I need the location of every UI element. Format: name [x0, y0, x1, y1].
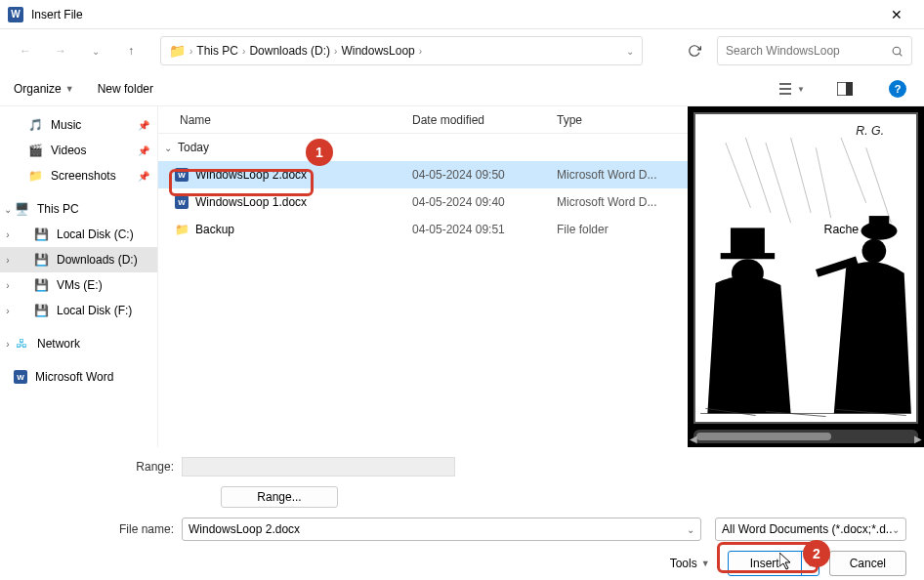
sidebar-label: This PC: [37, 202, 79, 216]
chevron-down-icon: ▼: [701, 559, 710, 568]
chevron-down-icon[interactable]: ⌄: [2, 204, 14, 215]
sidebar-item-thispc[interactable]: ⌄ 🖥️ This PC: [0, 196, 157, 222]
sidebar-label: Screenshots: [51, 169, 116, 183]
filter-label: All Word Documents (*.docx;*.d...: [722, 522, 892, 536]
sidebar-label: Videos: [51, 144, 86, 157]
chevron-right-icon[interactable]: ›: [2, 229, 14, 240]
chevron-right-icon: ›: [189, 46, 192, 57]
address-dropdown-icon[interactable]: ⌄: [626, 46, 634, 57]
sidebar-label: Microsoft Word: [35, 370, 113, 384]
organize-label: Organize: [14, 82, 62, 96]
folder-icon: 📁: [172, 223, 191, 236]
chevron-right-icon[interactable]: ›: [2, 339, 14, 350]
breadcrumb-windowsloop[interactable]: WindowsLoop: [341, 44, 414, 58]
svg-rect-6: [846, 82, 853, 96]
help-button[interactable]: ?: [885, 76, 910, 102]
word-app-icon: W: [8, 7, 23, 22]
sidebar-label: Network: [37, 337, 80, 351]
up-button[interactable]: ↑: [117, 37, 145, 64]
search-input[interactable]: [726, 44, 887, 58]
main-area: 🎵 Music 📌 🎬 Videos 📌 📁 Screenshots 📌 ⌄ 🖥…: [0, 105, 924, 447]
address-bar[interactable]: 📁 › This PC › Downloads (D:) › WindowsLo…: [160, 36, 643, 65]
file-row[interactable]: 📁Backup04-05-2024 09:51File folder: [158, 216, 688, 243]
sidebar-item-vms-e[interactable]: › 💾 VMs (E:): [0, 272, 157, 298]
chevron-right-icon[interactable]: ›: [2, 280, 14, 291]
sidebar-item-local-c[interactable]: › 💾 Local Disk (C:): [0, 222, 157, 247]
search-box[interactable]: [717, 36, 912, 65]
svg-rect-16: [721, 253, 775, 259]
breadcrumb-downloads[interactable]: Downloads (D:): [249, 44, 330, 58]
chevron-right-icon: ›: [242, 46, 245, 57]
refresh-button[interactable]: [680, 36, 709, 65]
back-button[interactable]: ←: [12, 37, 39, 64]
range-input[interactable]: [182, 457, 455, 476]
sidebar-item-screenshots[interactable]: 📁 Screenshots 📌: [0, 163, 157, 188]
forward-button[interactable]: →: [47, 37, 74, 64]
filename-input[interactable]: WindowsLoop 2.docx ⌄: [182, 518, 701, 541]
disk-icon: 💾: [33, 304, 49, 317]
tools-label: Tools: [670, 557, 697, 570]
organize-button[interactable]: Organize ▼: [14, 82, 74, 96]
word-icon: W: [14, 370, 27, 384]
toolbar: Organize ▼ New folder ▼ ?: [0, 72, 924, 105]
annotation-callout-1: 1: [306, 139, 333, 166]
chevron-down-icon[interactable]: ⌄: [687, 524, 694, 535]
svg-point-0: [893, 47, 901, 55]
chevron-right-icon[interactable]: ›: [2, 306, 14, 316]
preview-horizontal-scrollbar[interactable]: [693, 430, 918, 443]
file-type-filter[interactable]: All Word Documents (*.docx;*.d... ⌄: [715, 518, 906, 541]
file-list: Name Date modified Type ⌄ Today WWindows…: [158, 106, 688, 447]
new-folder-button[interactable]: New folder: [98, 82, 153, 96]
group-label: Today: [178, 141, 209, 154]
chevron-down-icon[interactable]: ⌄: [892, 524, 900, 535]
folder-icon: 📁: [169, 43, 186, 59]
sidebar-item-word[interactable]: › W Microsoft Word: [0, 364, 157, 390]
column-date[interactable]: Date modified: [412, 113, 557, 127]
network-icon: 🖧: [14, 337, 29, 351]
sidebar-item-local-f[interactable]: › 💾 Local Disk (F:): [0, 298, 157, 323]
file-type: Microsoft Word D...: [557, 168, 688, 182]
column-name[interactable]: Name: [180, 113, 412, 127]
column-headers: Name Date modified Type: [158, 106, 688, 134]
tools-button[interactable]: Tools ▼: [670, 557, 710, 570]
close-button[interactable]: ✕: [877, 7, 916, 22]
chevron-right-icon: ›: [419, 46, 422, 57]
chevron-right-icon[interactable]: ›: [2, 255, 14, 266]
chevron-down-icon: ▼: [65, 84, 74, 94]
word-doc-icon: W: [172, 168, 191, 182]
disk-icon: 💾: [33, 253, 49, 267]
file-name: WindowsLoop 1.docx: [191, 195, 412, 209]
range-label: Range:: [18, 460, 182, 474]
file-row[interactable]: WWindowsLoop 2.docx04-05-2024 09:50Micro…: [158, 161, 688, 188]
chevron-right-icon: ›: [334, 46, 337, 57]
annotation-callout-2: 2: [803, 540, 830, 567]
insert-label: Insert: [729, 557, 801, 570]
group-today[interactable]: ⌄ Today: [158, 134, 688, 161]
sidebar-item-downloads-d[interactable]: › 💾 Downloads (D:): [0, 247, 157, 272]
file-date: 04-05-2024 09:51: [412, 223, 557, 236]
breadcrumb-thispc[interactable]: This PC: [196, 44, 238, 58]
preview-word: Rache: [823, 223, 859, 236]
file-name: Backup: [191, 223, 412, 236]
column-type[interactable]: Type: [557, 113, 688, 127]
file-row[interactable]: WWindowsLoop 1.docx04-05-2024 09:40Micro…: [158, 188, 688, 216]
sidebar-item-music[interactable]: 🎵 Music 📌: [0, 112, 157, 138]
sidebar-item-network[interactable]: › 🖧 Network: [0, 331, 157, 356]
scroll-right-icon[interactable]: ▶: [914, 434, 922, 444]
disk-icon: 💾: [33, 278, 49, 292]
pc-icon: 🖥️: [14, 202, 29, 216]
svg-rect-19: [869, 216, 890, 229]
nav-row: ← → ⌄ ↑ 📁 › This PC › Downloads (D:) › W…: [0, 29, 924, 72]
sidebar-label: Local Disk (F:): [57, 304, 132, 317]
preview-pane-button[interactable]: [832, 76, 858, 102]
recent-dropdown[interactable]: ⌄: [82, 37, 109, 64]
range-button[interactable]: Range...: [221, 486, 338, 508]
scroll-left-icon[interactable]: ◀: [690, 434, 697, 444]
svg-rect-15: [731, 228, 765, 256]
view-options-button[interactable]: ▼: [779, 76, 805, 102]
help-icon: ?: [889, 80, 906, 98]
cancel-button[interactable]: Cancel: [829, 551, 906, 576]
filename-label: File name:: [18, 522, 182, 536]
sidebar-item-videos[interactable]: 🎬 Videos 📌: [0, 138, 157, 163]
dialog-title: Insert File: [31, 8, 877, 21]
